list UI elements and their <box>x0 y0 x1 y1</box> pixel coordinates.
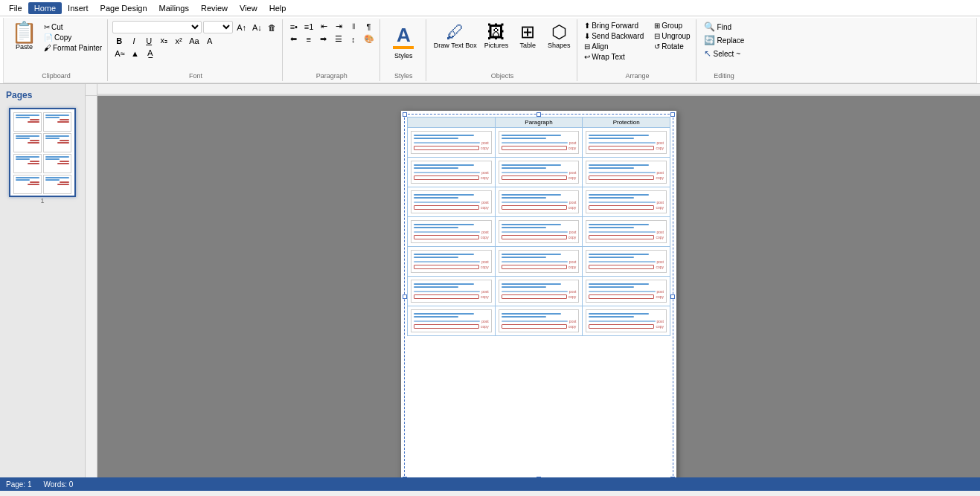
table-row: post copy <box>495 306 583 336</box>
decrease-indent-button[interactable]: ⇤ <box>317 21 330 32</box>
styles-letter: A <box>397 25 411 45</box>
find-label: Find <box>717 23 731 31</box>
paste-button[interactable]: 📋 Paste <box>8 21 40 52</box>
replace-button[interactable]: 🔄 Replace <box>701 34 748 46</box>
font-name-select[interactable] <box>112 21 202 33</box>
styles-group: A Styles Styles <box>382 19 426 81</box>
change-case-button[interactable]: Aa <box>187 36 201 46</box>
table-row: post copy <box>583 187 670 217</box>
rotate-button[interactable]: ↺ Rotate <box>652 42 692 51</box>
menu-mailings[interactable]: Mailings <box>153 2 195 14</box>
select-button[interactable]: ↖ Select ~ <box>701 48 748 59</box>
menu-help[interactable]: Help <box>263 2 292 14</box>
underline-button[interactable]: U <box>142 36 156 46</box>
show-formatting-button[interactable]: ¶ <box>362 22 375 32</box>
find-button[interactable]: 🔍 Find <box>701 21 748 33</box>
bold-button[interactable]: B <box>112 36 126 46</box>
replace-label: Replace <box>717 36 745 45</box>
text-effects-button[interactable]: A≈ <box>112 48 126 59</box>
document-area: // ticks generated dynamically <box>86 84 980 477</box>
align-icon: ⊟ <box>584 42 590 51</box>
align-center-button[interactable]: ≡ <box>302 34 316 45</box>
cut-label: Cut <box>51 23 63 31</box>
horizontal-ruler: // ticks generated dynamically <box>97 84 980 96</box>
arrange-label: Arrange <box>625 71 649 80</box>
copy-icon: 📄 <box>44 33 53 42</box>
shapes-label: Shapes <box>548 42 571 49</box>
clear-format-button[interactable]: 🗑 <box>266 22 279 33</box>
format-painter-button[interactable]: 🖌 Format Painter <box>42 43 104 53</box>
line-spacing-button[interactable]: ↕ <box>347 34 360 45</box>
draw-text-box-button[interactable]: 🖊 Draw Text Box <box>431 21 480 51</box>
increase-indent-button[interactable]: ⇥ <box>332 21 345 32</box>
pictures-label: Pictures <box>484 42 509 49</box>
handle-top-right <box>670 112 675 117</box>
font-color2-button[interactable]: A̲ <box>144 48 157 59</box>
handle-bottom-right <box>670 477 675 477</box>
document-scroll-area[interactable]: Paragraph Protection post <box>97 96 980 477</box>
menu-home[interactable]: Home <box>28 2 62 14</box>
bullets-button[interactable]: ≡• <box>287 22 301 32</box>
shading-button[interactable]: 🎨 <box>362 33 377 45</box>
bring-forward-button[interactable]: ⬆ Bring Forward <box>582 21 646 30</box>
format-painter-icon: 🖌 <box>44 44 51 52</box>
font-shrink-button[interactable]: A↓ <box>250 22 264 33</box>
wrap-text-button[interactable]: ↩ Wrap Text <box>582 52 627 62</box>
align-right-button[interactable]: ➡ <box>317 33 330 45</box>
cut-button[interactable]: ✂ Cut <box>42 22 104 32</box>
table-button[interactable]: ⊞ Table <box>513 21 542 51</box>
rotate-icon: ↺ <box>654 42 660 51</box>
copy-button[interactable]: 📄 Copy <box>42 33 104 42</box>
send-backward-icon: ⬇ <box>584 32 590 40</box>
table-row: post copy <box>583 217 670 247</box>
editing-label: Editing <box>714 71 734 80</box>
ribbon: 📋 Paste ✂ Cut 📄 Copy 🖌 Format Painter <box>0 16 980 84</box>
align-button[interactable]: ⊟ Align <box>582 42 646 51</box>
font-grow-button[interactable]: A↑ <box>234 22 249 33</box>
pictures-button[interactable]: 🖼 Pictures <box>481 21 512 51</box>
numbering-button[interactable]: ≡1 <box>302 22 316 32</box>
justify-button[interactable]: ☰ <box>332 33 345 45</box>
page-thumbnail-1[interactable]: 1 <box>9 108 76 197</box>
table-icon: ⊞ <box>520 22 535 42</box>
highlight-color-button[interactable]: ▲ <box>129 48 142 59</box>
format-painter-label: Format Painter <box>53 44 102 52</box>
group-icon: ⊞ <box>654 22 660 30</box>
shapes-button[interactable]: ⬡ Shapes <box>544 21 574 51</box>
col-header-empty <box>408 117 496 128</box>
font-size-select[interactable] <box>203 21 233 33</box>
styles-button[interactable]: A Styles <box>387 21 420 61</box>
menu-view[interactable]: View <box>234 2 263 14</box>
ungroup-label: Ungroup <box>662 32 690 40</box>
table-row: post copy <box>583 306 670 336</box>
draw-text-box-icon: 🖊 <box>446 22 464 42</box>
table-row: post copy <box>495 277 583 306</box>
bring-forward-label: Bring Forward <box>592 22 638 30</box>
table-row: post copy <box>408 306 496 336</box>
ungroup-button[interactable]: ⊟ Ungroup <box>652 31 692 41</box>
paste-icon: 📋 <box>11 22 37 43</box>
shapes-icon: ⬡ <box>551 22 567 42</box>
table-row: post copy <box>495 217 583 247</box>
group-button[interactable]: ⊞ Group <box>652 21 692 30</box>
document-page: Paragraph Protection post <box>401 111 676 477</box>
send-backward-button[interactable]: ⬇ Send Backward <box>582 31 646 41</box>
columns-button[interactable]: ⫴ <box>347 21 360 32</box>
italic-button[interactable]: I <box>127 36 141 46</box>
table-row: post copy <box>495 247 583 277</box>
pages-title: Pages <box>3 90 82 105</box>
menu-file[interactable]: File <box>3 2 28 14</box>
page-status: Page: 1 <box>6 480 31 489</box>
menu-insert[interactable]: Insert <box>62 2 95 14</box>
page-number: 1 <box>13 197 71 204</box>
superscript-button[interactable]: x² <box>172 36 185 46</box>
menu-page-design[interactable]: Page Design <box>95 2 153 14</box>
menu-review[interactable]: Review <box>195 2 234 14</box>
group-label: Group <box>662 22 682 30</box>
table-row: post copy <box>583 247 670 277</box>
subscript-button[interactable]: x₂ <box>157 35 170 46</box>
styles-bar <box>393 46 414 49</box>
font-color-button[interactable]: A <box>203 36 217 46</box>
align-left-button[interactable]: ⬅ <box>287 33 301 45</box>
clipboard-label: Clipboard <box>42 71 71 80</box>
